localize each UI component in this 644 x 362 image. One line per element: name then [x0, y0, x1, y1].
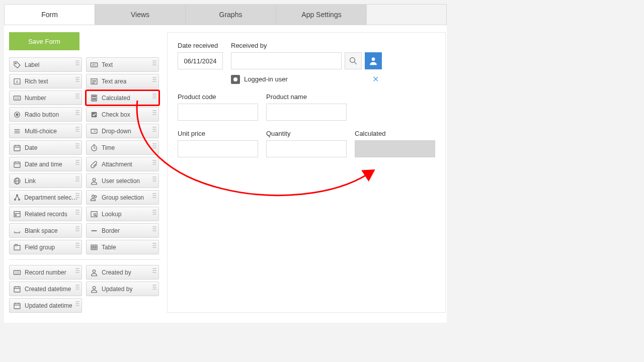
drag-handle-icon: [75, 60, 79, 65]
svg-rect-29: [14, 245, 20, 250]
field-date-received[interactable]: 06/11/2024: [178, 52, 223, 69]
border-icon: [90, 226, 99, 235]
palette-rich-text[interactable]: ARich text: [9, 74, 82, 88]
123-icon: 123: [13, 268, 22, 277]
palette-border[interactable]: Border: [86, 223, 159, 238]
svg-point-52: [92, 195, 95, 198]
palette-drop-down[interactable]: Drop-down: [86, 124, 159, 138]
palette-created-datetime[interactable]: Created datetime: [9, 282, 82, 296]
palette-record-number[interactable]: 123Record number: [9, 265, 82, 280]
tab-graphs[interactable]: Graphs: [186, 5, 276, 25]
palette-lookup[interactable]: Lookup: [86, 207, 159, 221]
tree-icon: [13, 193, 21, 202]
search-icon[interactable]: [345, 52, 362, 69]
check-icon: [90, 110, 99, 119]
palette-item-label: Radio button: [25, 111, 59, 118]
palette-item-label: Table: [102, 244, 116, 251]
palette-table[interactable]: Table: [86, 240, 159, 254]
user-icon: [90, 285, 99, 294]
svg-point-22: [14, 199, 16, 200]
drag-handle-icon: [75, 127, 79, 132]
palette-label[interactable]: Label: [9, 57, 82, 72]
drag-handle-icon: [152, 94, 156, 99]
palette-updated-datetime[interactable]: Updated datetime: [9, 298, 82, 313]
svg-point-43: [94, 99, 94, 100]
abc-icon: ABC: [90, 60, 99, 69]
palette-number[interactable]: 123Number: [9, 90, 82, 105]
palette-time[interactable]: Time: [86, 140, 159, 155]
cal-icon: [13, 143, 22, 152]
field-received-by[interactable]: [231, 52, 342, 69]
label-unit-price: Unit price: [178, 130, 258, 137]
svg-line-76: [354, 62, 357, 64]
palette-text[interactable]: ABCText: [86, 57, 159, 72]
palette-date[interactable]: Date: [9, 140, 82, 155]
radio-icon: [13, 110, 22, 119]
user-picker-icon[interactable]: [365, 52, 382, 69]
palette-item-label: Lookup: [102, 211, 121, 218]
clock-icon: [90, 143, 99, 152]
svg-point-28: [15, 214, 17, 216]
palette-created-by[interactable]: Created by: [86, 265, 159, 280]
field-unit-price[interactable]: [178, 140, 258, 157]
tab-form[interactable]: Form: [5, 5, 95, 25]
field-product-code[interactable]: [178, 104, 258, 121]
palette-updated-by[interactable]: Updated by: [86, 282, 159, 296]
palette-radio-button[interactable]: Radio button: [9, 107, 82, 122]
drag-handle-icon: [152, 243, 156, 248]
lookup-icon: [90, 210, 99, 219]
palette-multi-choice[interactable]: Multi-choice: [9, 124, 82, 138]
palette-check-box[interactable]: Check box: [86, 107, 159, 122]
palette-item-label: Record number: [25, 269, 66, 276]
blank-icon: [13, 226, 22, 235]
palette-link[interactable]: Link: [9, 173, 82, 188]
cal-icon: [13, 285, 22, 294]
palette-item-label: Updated by: [102, 286, 132, 293]
tab-app-settings[interactable]: App Settings: [276, 5, 367, 25]
drag-handle-icon: [152, 127, 156, 132]
logged-user-icon: [231, 75, 240, 84]
drag-handle-icon: [152, 268, 156, 273]
palette-item-label: Calculated: [102, 95, 130, 102]
field-quantity[interactable]: [266, 140, 347, 157]
palette-related-records[interactable]: Related records: [9, 207, 82, 221]
svg-point-21: [16, 195, 18, 196]
field-product-name[interactable]: [266, 104, 347, 121]
palette-field-group[interactable]: Field group: [9, 240, 82, 254]
palette-blank-space[interactable]: Blank space: [9, 223, 82, 238]
tab-views[interactable]: Views: [95, 5, 186, 25]
palette-user-selection[interactable]: User selection: [86, 173, 159, 188]
list-icon: [13, 127, 22, 136]
palette-date-and-time[interactable]: Date and time: [9, 157, 82, 171]
svg-point-42: [93, 99, 93, 100]
palette-item-label: Date and time: [25, 161, 62, 168]
palette-item-label: Link: [25, 177, 36, 185]
palette-attachment[interactable]: Attachment: [86, 157, 159, 171]
svg-point-0: [15, 63, 16, 64]
svg-rect-14: [14, 162, 20, 167]
rel-icon: [13, 210, 22, 219]
drag-handle-icon: [75, 94, 79, 99]
svg-text:123: 123: [15, 97, 20, 100]
svg-point-55: [94, 213, 96, 215]
palette-text-area[interactable]: Text area: [86, 74, 159, 88]
A-icon: A: [13, 77, 22, 86]
svg-text:A: A: [16, 79, 19, 84]
field-calculated[interactable]: [355, 140, 435, 157]
logged-user-label: Logged-in user: [244, 75, 288, 83]
save-form-button[interactable]: Save Form: [9, 32, 79, 50]
divider: [9, 259, 160, 260]
drag-handle-icon: [152, 77, 156, 82]
palette-department-selection[interactable]: Department selection: [9, 190, 82, 205]
palette-group-selection[interactable]: Group selection: [86, 190, 159, 205]
remove-logged-user-icon[interactable]: ✕: [372, 74, 379, 84]
drag-handle-icon: [152, 210, 156, 215]
123-icon: 123: [13, 94, 22, 103]
drag-handle-icon: [75, 268, 79, 273]
palette-calculated[interactable]: Calculated: [86, 90, 159, 105]
svg-point-41: [95, 98, 96, 99]
svg-point-74: [93, 286, 95, 289]
palette-item-label: Field group: [25, 244, 55, 251]
svg-point-75: [350, 58, 355, 63]
form-canvas[interactable]: Date received 06/11/2024 Received by: [167, 32, 446, 313]
